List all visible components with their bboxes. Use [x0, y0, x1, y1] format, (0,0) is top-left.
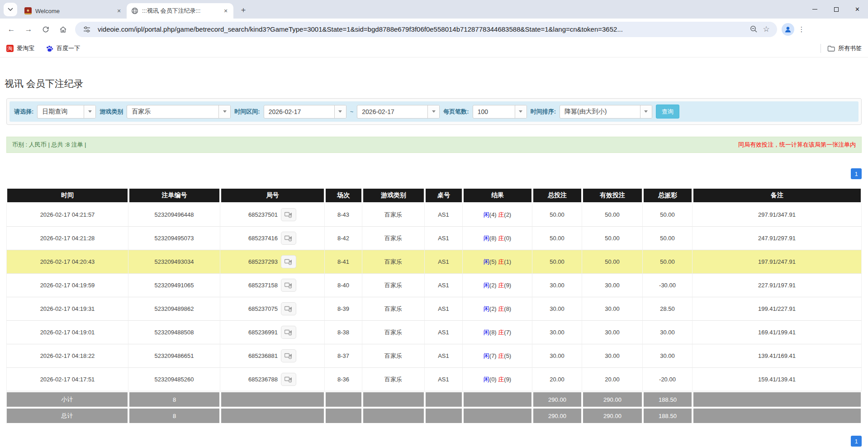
- minimize-button[interactable]: [804, 0, 825, 19]
- new-tab-button[interactable]: ＋: [237, 3, 250, 16]
- column-header: 总派彩: [643, 188, 693, 203]
- cell-total-bet[interactable]: 30.00: [532, 274, 582, 297]
- cell-remark: 247.91/297.91: [693, 227, 862, 250]
- home-button[interactable]: [55, 22, 71, 37]
- video-replay-button[interactable]: [281, 208, 296, 221]
- cell-total-bet[interactable]: 50.00: [532, 227, 582, 250]
- zoom-out-icon[interactable]: [747, 23, 760, 36]
- cell-remark: 139.41/169.41: [693, 344, 862, 368]
- close-button[interactable]: ✕: [847, 0, 868, 19]
- video-replay-button[interactable]: [281, 302, 296, 315]
- query-button[interactable]: 查询: [656, 105, 679, 119]
- dropdown-arrow-icon[interactable]: [427, 105, 439, 118]
- subtotal-total-bet: 290.00: [532, 391, 582, 408]
- cell-total-bet[interactable]: 30.00: [532, 321, 582, 344]
- video-replay-icon: [285, 211, 293, 218]
- round-number: 685236991: [248, 329, 278, 336]
- browser-menu-icon[interactable]: ⋮: [796, 23, 807, 36]
- back-button[interactable]: ←: [4, 22, 19, 37]
- cell-total-bet[interactable]: 30.00: [532, 344, 582, 368]
- cell-table-no: AS1: [425, 227, 463, 250]
- cell-result: 闲(7) 庄(5): [463, 344, 532, 368]
- dropdown-arrow-icon[interactable]: [84, 105, 95, 118]
- player-result: 闲: [484, 235, 489, 242]
- video-replay-button[interactable]: [281, 349, 296, 362]
- cell-bet-id: 523209489862: [128, 297, 220, 321]
- bookmark-baidu[interactable]: 百度一下: [46, 44, 80, 52]
- cell-bet-id: 523209493034: [128, 250, 220, 274]
- cell-valid-bet: 30.00: [582, 321, 643, 344]
- tab-close-icon[interactable]: ✕: [115, 7, 123, 15]
- video-replay-button[interactable]: [281, 373, 296, 386]
- cell-time: 2026-02-17 04:18:22: [6, 344, 128, 368]
- dropdown-arrow-icon[interactable]: [515, 105, 526, 118]
- date-to-select[interactable]: 2026-02-17: [357, 105, 440, 119]
- poker-favicon-icon: ♠: [24, 7, 32, 14]
- total-label: 总计: [6, 408, 128, 424]
- banker-result: 庄: [498, 235, 504, 242]
- cell-payout: 50.00: [643, 203, 693, 227]
- query-type-select[interactable]: 日期查询: [37, 105, 96, 119]
- cell-total-bet[interactable]: 30.00: [532, 297, 582, 321]
- cell-total-bet[interactable]: 50.00: [532, 203, 582, 227]
- cell-total-bet[interactable]: 20.00: [532, 368, 582, 391]
- round-number: 685237158: [248, 282, 278, 289]
- page-size-value: 100: [473, 105, 515, 118]
- page-1-button[interactable]: 1: [851, 436, 862, 447]
- all-bookmarks-label: 所有书签: [838, 44, 862, 52]
- forward-button[interactable]: →: [21, 22, 36, 37]
- tab-title: Welcome: [35, 8, 111, 14]
- cell-game-type: 百家乐: [362, 203, 425, 227]
- round-number: 685236788: [248, 376, 278, 383]
- table-body: 2026-02-17 04:21:57523209496448685237501…: [6, 203, 862, 391]
- cell-valid-bet: 30.00: [582, 344, 643, 368]
- cell-bet-id: 523209486651: [128, 344, 220, 368]
- sort-select[interactable]: 降冪(由大到小): [560, 105, 652, 119]
- bookmark-star-icon[interactable]: ☆: [760, 23, 773, 36]
- video-replay-button[interactable]: [281, 255, 296, 268]
- profile-avatar[interactable]: [782, 23, 794, 36]
- site-settings-icon[interactable]: [81, 23, 93, 36]
- dropdown-arrow-icon[interactable]: [640, 105, 652, 118]
- cell-total-bet[interactable]: 50.00: [532, 250, 582, 274]
- tab-welcome[interactable]: ♠ Welcome ✕: [20, 3, 127, 19]
- game-type-select[interactable]: 百家乐: [127, 105, 231, 119]
- video-replay-button[interactable]: [281, 326, 296, 339]
- all-bookmarks-button[interactable]: 所有书签: [827, 44, 862, 52]
- column-header: 局号: [220, 188, 325, 203]
- dropdown-arrow-icon[interactable]: [334, 105, 346, 118]
- bookmark-aitaobao[interactable]: 淘 爱淘宝: [6, 44, 34, 52]
- cell-remark: 227.91/197.91: [693, 274, 862, 297]
- tab-search-button[interactable]: [4, 3, 17, 16]
- player-result: 闲: [484, 211, 489, 218]
- video-replay-button[interactable]: [281, 232, 296, 245]
- video-replay-button[interactable]: [281, 279, 296, 292]
- cell-table-no: AS1: [425, 250, 463, 274]
- video-replay-icon: [285, 235, 293, 242]
- pagination-top: 1: [6, 168, 862, 179]
- reload-button[interactable]: [38, 22, 53, 37]
- cell-time: 2026-02-17 04:17:51: [6, 368, 128, 391]
- cell-round: 685237293: [220, 250, 325, 274]
- cell-time: 2026-02-17 04:21:28: [6, 227, 128, 250]
- cell-round: 685236991: [220, 321, 325, 344]
- column-header: 时间: [6, 188, 128, 203]
- bet-records-table: 时间注单编号局号场次游戏类别桌号结果总投注有效投注总派彩备注 2026-02-1…: [6, 188, 862, 424]
- address-bar[interactable]: videoie.com/ipl/portal.php/game/betrecor…: [75, 22, 777, 37]
- date-range-label: 时间区间:: [234, 108, 260, 116]
- tab-close-icon[interactable]: ✕: [222, 7, 230, 15]
- tab-bet-records[interactable]: :::视讯 会员下注纪录::: ✕: [127, 3, 233, 19]
- page-size-label: 每页笔数:: [443, 108, 469, 116]
- cell-time: 2026-02-17 04:20:43: [6, 250, 128, 274]
- cell-valid-bet: 50.00: [582, 250, 643, 274]
- date-from-select[interactable]: 2026-02-17: [264, 105, 346, 119]
- maximize-button[interactable]: [825, 0, 847, 19]
- page-1-button[interactable]: 1: [851, 168, 862, 179]
- dropdown-arrow-icon[interactable]: [218, 105, 230, 118]
- subtotal-payout: 188.50: [643, 391, 693, 408]
- cell-payout: 30.00: [643, 344, 693, 368]
- url-text[interactable]: videoie.com/ipl/portal.php/game/betrecor…: [98, 25, 747, 33]
- total-count: 8: [128, 408, 220, 424]
- cell-session: 8-43: [325, 203, 362, 227]
- page-size-select[interactable]: 100: [473, 105, 527, 119]
